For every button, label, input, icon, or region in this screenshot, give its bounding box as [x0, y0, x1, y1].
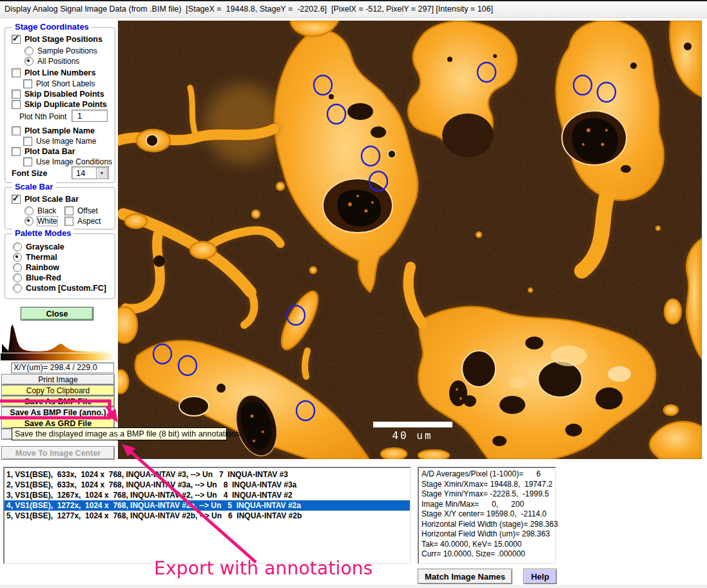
window-bottom-edge	[0, 585, 707, 588]
plot-short-labels-checkbox-icon[interactable]	[23, 79, 32, 88]
info-line: Stage X/Y center= 19598.0, -2114.0	[421, 509, 555, 520]
xy-readout-field: X/Y(um)= 298.4 / 229.0	[11, 362, 114, 373]
font-size-label: Font Size	[12, 169, 48, 178]
image-info-panel: A/D Averages/Pixel (1-1000)= 6 Stage Xmi…	[418, 467, 556, 564]
blue-red-radio-icon[interactable]	[13, 273, 22, 282]
checkbox-skip-disabled-points[interactable]: Skip Disabled Points	[12, 89, 104, 99]
plot-nth-point-label: Plot Nth Point	[19, 112, 66, 121]
checkbox-plot-stage-positions[interactable]: Plot Stage Positions	[12, 34, 102, 44]
image-list[interactable]: 1, VS1(BSE), 633x, 1024 x 768, INQUA-INT…	[3, 467, 411, 564]
plot-line-numbers-label: Plot Line Numbers	[24, 68, 95, 77]
scalebar-white-label: White	[37, 217, 57, 226]
group-scale-bar: Scale Bar Plot Scale Bar Black White Off…	[5, 187, 115, 230]
rainbow-radio-icon[interactable]	[13, 263, 22, 272]
plot-short-labels-label: Plot Short Labels	[36, 79, 95, 88]
custom-radio-icon[interactable]	[13, 284, 22, 293]
image-list-row[interactable]: 4, VS1(BSE), 1272x, 1024 x 768, INQUA-IN…	[5, 500, 410, 511]
plot-data-bar-checkbox-icon[interactable]	[12, 147, 21, 156]
info-line: Tak= 40.0000, KeV= 15.0000	[421, 540, 555, 550]
match-image-names-button[interactable]: Match Image Names	[418, 569, 512, 584]
info-line: Horizontal Field Width (um)= 298.363	[421, 529, 555, 540]
radio-palette-custom[interactable]: Custom [Custom.FC]	[13, 283, 106, 293]
group-title-scale-bar: Scale Bar	[12, 182, 55, 191]
copy-to-clipboard-button[interactable]: Copy To Clipboard	[1, 385, 115, 396]
image-list-row[interactable]: 2, VS1(BSE), 633x, 1024 x 768, INQUA-INT…	[5, 480, 410, 490]
radio-palette-thermal[interactable]: Thermal	[13, 252, 57, 262]
offset-label: Offset	[77, 206, 98, 215]
plot-nth-point-input[interactable]	[72, 110, 108, 122]
all-positions-label: All Positions	[37, 57, 79, 66]
grayscale-label: Grayscale	[26, 242, 64, 251]
app-window: Display Analog Signal Image Data (from .…	[0, 0, 707, 588]
tooltip: Save the displayed image as a BMP file (…	[12, 427, 227, 440]
group-title-palette-modes: Palette Modes	[12, 228, 73, 238]
sample-positions-radio-icon[interactable]	[24, 46, 34, 55]
checkbox-plot-scale-bar[interactable]: Plot Scale Bar	[12, 194, 79, 204]
font-size-dropdown[interactable]: 14 ▼	[72, 166, 109, 179]
aspect-label: Aspect	[77, 217, 101, 226]
checkbox-use-image-conditions[interactable]: Use Image Conditions	[23, 157, 112, 166]
grayscale-radio-icon[interactable]	[13, 242, 22, 251]
group-stage-coordinates: Stage Coordinates Plot Stage Positions S…	[5, 27, 115, 183]
radio-palette-grayscale[interactable]: Grayscale	[13, 242, 64, 251]
plot-stage-positions-checkbox-icon[interactable]	[12, 35, 21, 44]
checkbox-use-image-name[interactable]: Use Image Name	[23, 136, 96, 146]
info-line: A/D Averages/Pixel (1-1000)= 6	[421, 469, 555, 480]
aspect-checkbox-icon[interactable]	[64, 217, 73, 226]
info-line: Horizontal Field Width (stage)= 298.363	[421, 520, 555, 530]
plot-sample-name-checkbox-icon[interactable]	[12, 126, 21, 135]
checkbox-plot-data-bar[interactable]: Plot Data Bar	[12, 146, 75, 156]
plot-data-bar-label: Plot Data Bar	[24, 147, 75, 156]
micrograph-image[interactable]: 40 um	[118, 21, 702, 459]
close-button[interactable]: Close	[21, 307, 93, 320]
save-as-bmp-anno-button[interactable]: Save As BMP File (anno.)	[1, 407, 115, 418]
checkbox-plot-short-labels[interactable]: Plot Short Labels	[23, 79, 95, 88]
info-line: Image Min/Max= 0, 200	[421, 500, 555, 510]
help-button[interactable]: Help	[523, 569, 557, 584]
chevron-down-icon[interactable]: ▼	[96, 168, 108, 179]
title-bar: Display Analog Signal Image Data (from .…	[0, 1, 707, 18]
all-positions-radio-icon[interactable]	[24, 57, 34, 66]
save-as-bmp-button[interactable]: Save As BMP File	[1, 396, 115, 407]
radio-palette-blue-red[interactable]: Blue-Red	[13, 273, 61, 282]
image-list-row[interactable]: 5, VS1(BSE), 1277x, 1024 x 768, INQUA-IN…	[5, 511, 410, 521]
group-palette-modes: Palette Modes Grayscale Thermal Rainbow …	[5, 233, 115, 299]
scalebar-white-radio-icon[interactable]	[24, 217, 34, 226]
use-image-name-checkbox-icon[interactable]	[23, 137, 32, 146]
radio-palette-rainbow[interactable]: Rainbow	[13, 262, 59, 272]
custom-label: Custom [Custom.FC]	[26, 284, 106, 293]
scalebar-black-radio-icon[interactable]	[24, 206, 34, 215]
checkbox-aspect[interactable]: Aspect	[64, 216, 101, 226]
radio-all-positions[interactable]: All Positions	[24, 56, 79, 66]
scale-bar-label: 40 um	[392, 429, 432, 442]
checkbox-plot-line-numbers[interactable]: Plot Line Numbers	[12, 68, 95, 77]
plot-scale-bar-checkbox-icon[interactable]	[12, 195, 21, 204]
sample-positions-label: Sample Positions	[37, 46, 97, 55]
use-image-name-label: Use Image Name	[36, 137, 96, 146]
print-image-button[interactable]: Print Image	[1, 374, 115, 385]
thermal-label: Thermal	[26, 253, 57, 262]
plot-line-numbers-checkbox-icon[interactable]	[12, 68, 21, 77]
checkbox-skip-duplicate-points[interactable]: Skip Duplicate Points	[12, 99, 107, 109]
skip-duplicate-points-checkbox-icon[interactable]	[12, 100, 21, 109]
thermal-radio-icon[interactable]	[13, 253, 22, 262]
move-to-image-center-button: Move To Image Center	[1, 446, 115, 460]
info-line: Curr= 10.0000, Size= .000000	[421, 549, 555, 560]
skip-disabled-points-checkbox-icon[interactable]	[12, 90, 21, 99]
radio-scalebar-white[interactable]: White	[24, 216, 57, 226]
rainbow-label: Rainbow	[26, 263, 59, 272]
group-title-stage-coordinates: Stage Coordinates	[12, 22, 92, 32]
info-line: Stage Xmin/Xmax= 19448.8, 19747.2	[421, 480, 555, 490]
checkbox-offset[interactable]: Offset	[64, 206, 98, 215]
intensity-histogram	[1, 322, 115, 361]
radio-scalebar-black[interactable]: Black	[24, 206, 56, 215]
plot-stage-positions-label: Plot Stage Positions	[24, 35, 102, 44]
checkbox-plot-sample-name[interactable]: Plot Sample Name	[12, 126, 95, 135]
image-list-row[interactable]: 1, VS1(BSE), 633x, 1024 x 768, INQUA-INT…	[5, 469, 410, 480]
use-image-conditions-checkbox-icon[interactable]	[23, 157, 32, 166]
image-list-row[interactable]: 3, VS1(BSE), 1267x, 1024 x 768, INQUA-IN…	[5, 490, 410, 500]
plot-nth-point-row: Plot Nth Point	[19, 112, 66, 121]
radio-sample-positions[interactable]: Sample Positions	[24, 46, 97, 55]
info-line: Stage Ymin/Ymax= -2228.5, -1999.5	[421, 489, 555, 500]
offset-checkbox-icon[interactable]	[64, 206, 73, 215]
